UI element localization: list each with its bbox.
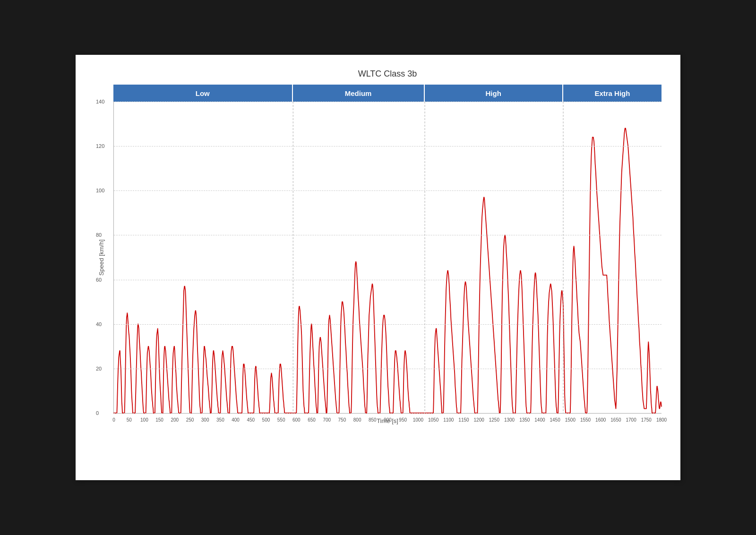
y-axis-label: Speed [km/h] (98, 239, 105, 276)
y-tick-label: 100 (96, 188, 104, 193)
x-tick-label: 950 (399, 417, 407, 423)
x-tick-label: 1100 (443, 417, 454, 423)
chart-container: WLTC Class 3b LowMediumHighExtra High Sp… (76, 55, 680, 480)
phase-label-low: Low (113, 85, 293, 102)
y-grid-line (114, 413, 662, 414)
x-tick-label: 300 (201, 417, 209, 423)
y-tick-label: 140 (96, 99, 104, 104)
x-tick-label: 1400 (534, 417, 545, 423)
phase-label-high: High (425, 85, 563, 102)
x-tick-label: 600 (292, 417, 301, 423)
x-tick-label: 1600 (595, 417, 606, 423)
x-tick-label: 1800 (656, 417, 667, 423)
x-tick-label: 700 (323, 417, 331, 423)
x-tick-label: 650 (308, 417, 316, 423)
y-grid-line (114, 102, 662, 102)
y-tick-label: 80 (96, 232, 102, 238)
x-tick-label: 0 (112, 417, 115, 423)
x-tick-label: 400 (232, 417, 240, 423)
x-tick-label: 1450 (550, 417, 560, 423)
y-grid-line (114, 146, 662, 147)
y-tick-label: 0 (96, 410, 99, 416)
y-tick-label: 40 (96, 321, 102, 327)
x-tick-label: 1300 (504, 417, 515, 423)
phase-label-medium: Medium (293, 85, 425, 102)
x-tick-label: 1500 (565, 417, 576, 423)
x-tick-label: 350 (216, 417, 224, 423)
plot-area: Speed [km/h] 020406080100120140050100150… (113, 102, 662, 414)
speed-line-chart (114, 102, 662, 413)
y-grid-line (114, 324, 662, 325)
x-tick-label: 150 (155, 417, 163, 423)
x-tick-label: 450 (247, 417, 255, 423)
x-tick-label: 750 (338, 417, 346, 423)
x-tick-label: 1250 (489, 417, 499, 423)
x-tick-label: 1200 (474, 417, 484, 423)
y-grid-line (114, 369, 662, 369)
x-tick-label: 500 (262, 417, 270, 423)
x-tick-label: 200 (171, 417, 179, 423)
x-tick-label: 1050 (428, 417, 438, 423)
x-tick-label: 1700 (626, 417, 636, 423)
y-tick-label: 60 (96, 277, 102, 283)
x-tick-label: 50 (127, 417, 132, 423)
x-tick-label: 800 (353, 417, 361, 423)
x-tick-label: 550 (277, 417, 285, 423)
y-grid-line (114, 235, 662, 235)
y-grid-line (114, 280, 662, 280)
x-tick-label: 900 (384, 417, 392, 423)
phase-label-extra-high: Extra High (563, 85, 662, 102)
y-grid-line (114, 190, 662, 191)
x-tick-label: 1550 (580, 417, 591, 423)
x-tick-label: 1650 (610, 417, 621, 423)
x-tick-label: 1150 (458, 417, 469, 423)
x-tick-label: 100 (140, 417, 148, 423)
x-tick-label: 1000 (413, 417, 423, 423)
x-tick-label: 1350 (519, 417, 530, 423)
phase-labels-bar: LowMediumHighExtra High (113, 85, 662, 102)
x-tick-label: 1750 (641, 417, 652, 423)
y-tick-label: 20 (96, 366, 102, 371)
y-tick-label: 120 (96, 143, 104, 149)
x-tick-label: 850 (369, 417, 377, 423)
chart-title: WLTC Class 3b (113, 69, 662, 79)
x-tick-label: 250 (186, 417, 194, 423)
